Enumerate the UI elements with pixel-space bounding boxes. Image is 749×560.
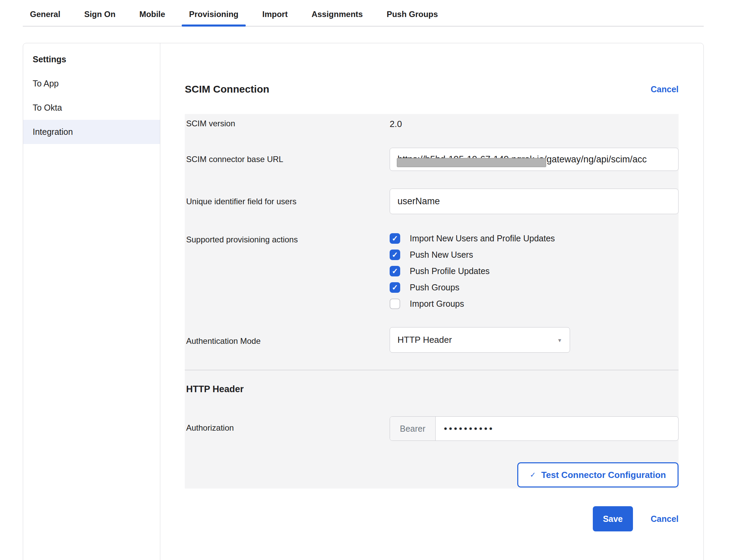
tab-push-groups[interactable]: Push Groups — [379, 8, 445, 26]
base-url-row: SCIM connector base URL https://b5bd-195… — [185, 148, 679, 189]
tab-sign-on[interactable]: Sign On — [77, 8, 123, 26]
push-groups-checkbox[interactable]: ✓ — [390, 282, 400, 293]
test-connector-label: Test Connector Configuration — [541, 470, 666, 480]
authorization-input-group: Bearer ●●●●●●●●●● — [390, 416, 679, 441]
test-connector-button[interactable]: ✓ Test Connector Configuration — [517, 462, 679, 487]
tab-assignments[interactable]: Assignments — [304, 8, 370, 26]
scim-connection-header: SCIM Connection Cancel — [185, 83, 679, 95]
sidebar-header-settings: Settings — [23, 47, 160, 71]
http-header-section-title: HTTP Header — [185, 370, 679, 395]
auth-mode-row: Authentication Mode HTTP Header ▼ — [185, 327, 679, 370]
auth-mode-selected-value: HTTP Header — [397, 335, 452, 345]
checkmark-icon: ✓ — [530, 471, 536, 479]
push-new-users-checkbox[interactable]: ✓ — [390, 250, 400, 260]
settings-sidebar: Settings To App To Okta Integration — [23, 43, 160, 560]
tab-provisioning[interactable]: Provisioning — [182, 8, 245, 26]
checkbox-row-push-new-users[interactable]: ✓ Push New Users — [390, 250, 679, 260]
provisioning-actions-row: Supported provisioning actions ✓ Import … — [185, 233, 679, 327]
checkbox-label: Push Groups — [410, 283, 459, 292]
checkbox-row-import-users[interactable]: ✓ Import New Users and Profile Updates — [390, 233, 679, 244]
unique-id-label: Unique identifier field for users — [185, 189, 390, 214]
app-tab-bar: General Sign On Mobile Provisioning Impo… — [23, 0, 704, 27]
form-footer: Save Cancel — [185, 506, 679, 531]
footer-cancel-link[interactable]: Cancel — [651, 514, 679, 524]
checkbox-row-push-groups[interactable]: ✓ Push Groups — [390, 282, 679, 293]
save-button[interactable]: Save — [593, 506, 633, 531]
base-url-visible-suffix: /gateway/ng/api/scim/acc — [544, 154, 647, 165]
scim-form-panel: SCIM version 2.0 SCIM connector base URL… — [185, 114, 679, 489]
base-url-redacted-text: https://b5bd-195-19-67-149.ngrok.io — [397, 154, 544, 165]
bearer-prefix: Bearer — [390, 417, 436, 441]
tab-import[interactable]: Import — [255, 8, 295, 26]
auth-mode-label: Authentication Mode — [185, 327, 390, 353]
scim-version-value: 2.0 — [390, 119, 679, 129]
push-profile-updates-checkbox[interactable]: ✓ — [390, 266, 400, 276]
sidebar-item-to-app[interactable]: To App — [23, 71, 160, 96]
scim-version-row: SCIM version 2.0 — [185, 114, 679, 148]
header-cancel-link[interactable]: Cancel — [651, 84, 679, 94]
import-users-checkbox[interactable]: ✓ — [390, 233, 400, 244]
tab-mobile[interactable]: Mobile — [132, 8, 172, 26]
test-connector-row: ✓ Test Connector Configuration — [185, 462, 679, 489]
scim-version-label: SCIM version — [185, 119, 390, 129]
redaction-bar — [397, 158, 546, 167]
checkmark-icon: ✓ — [392, 251, 398, 259]
authorization-row: Authorization Bearer ●●●●●●●●●● — [185, 416, 679, 441]
checkbox-label: Import Groups — [410, 299, 464, 309]
checkbox-label: Push Profile Updates — [410, 266, 490, 276]
sidebar-item-to-okta[interactable]: To Okta — [23, 96, 160, 120]
auth-mode-select[interactable]: HTTP Header ▼ — [390, 327, 570, 353]
authorization-token-input[interactable]: ●●●●●●●●●● — [436, 417, 678, 441]
checkmark-icon: ✓ — [392, 283, 398, 292]
checkmark-icon: ✓ — [392, 267, 398, 276]
checkbox-row-import-groups[interactable]: ✓ Import Groups — [390, 299, 679, 309]
checkbox-label: Push New Users — [410, 250, 473, 260]
checkbox-label: Import New Users and Profile Updates — [410, 234, 555, 243]
base-url-label: SCIM connector base URL — [185, 148, 390, 171]
checkbox-row-push-profile-updates[interactable]: ✓ Push Profile Updates — [390, 266, 679, 276]
tab-general[interactable]: General — [23, 8, 67, 26]
import-groups-checkbox[interactable]: ✓ — [390, 299, 400, 309]
sidebar-item-integration[interactable]: Integration — [23, 120, 160, 144]
authorization-label: Authorization — [185, 416, 390, 441]
page-title: SCIM Connection — [185, 83, 269, 95]
unique-id-input[interactable] — [390, 189, 679, 214]
provisioning-card: Settings To App To Okta Integration SCIM… — [23, 43, 704, 560]
base-url-input[interactable]: https://b5bd-195-19-67-149.ngrok.io /gat… — [390, 148, 679, 171]
unique-id-row: Unique identifier field for users — [185, 189, 679, 233]
main-content: SCIM Connection Cancel SCIM version 2.0 … — [160, 43, 703, 560]
chevron-down-icon: ▼ — [557, 337, 562, 343]
checkmark-icon: ✓ — [392, 234, 398, 243]
provisioning-actions-label: Supported provisioning actions — [185, 233, 390, 315]
